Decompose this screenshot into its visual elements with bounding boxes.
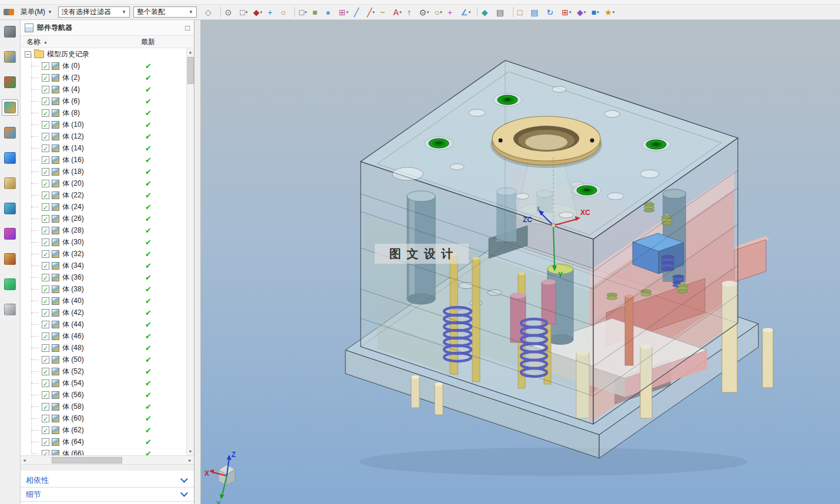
- scroll-down-button[interactable]: ▼: [187, 448, 194, 455]
- tree-row[interactable]: ✓ 体 (64) ✔: [21, 436, 186, 448]
- touch-panel-icon[interactable]: [2, 301, 18, 318]
- plus-tool-icon[interactable]: +: [446, 6, 459, 19]
- checkbox-checked-icon[interactable]: ✓: [42, 109, 49, 117]
- checkbox-checked-icon[interactable]: ✓: [42, 145, 49, 152]
- text-style-icon[interactable]: A ▾: [392, 6, 405, 19]
- checkbox-checked-icon[interactable]: ✓: [42, 274, 49, 281]
- view-triad[interactable]: Z X Y: [204, 451, 236, 504]
- snap-center-icon[interactable]: ○: [279, 6, 292, 19]
- checkbox-checked-icon[interactable]: ✓: [42, 309, 49, 317]
- tree-row[interactable]: ✓ 体 (46) ✔: [21, 330, 186, 342]
- snap-intersection-icon[interactable]: +: [266, 6, 279, 19]
- system-visualization-icon[interactable]: [2, 276, 18, 293]
- checkbox-checked-icon[interactable]: ✓: [42, 191, 49, 199]
- selection-filter-dropdown[interactable]: 没有选择过滤器 ▼: [58, 6, 130, 18]
- checkbox-checked-icon[interactable]: ✓: [42, 426, 49, 434]
- checkbox-checked-icon[interactable]: ✓: [42, 403, 49, 411]
- scroll-up-button[interactable]: ▲: [187, 48, 194, 56]
- locating-ring[interactable]: [490, 116, 602, 168]
- scroll-left-button[interactable]: ◄: [21, 456, 28, 464]
- tree-row[interactable]: ✓ 体 (22) ✔: [21, 189, 186, 201]
- point-up-icon[interactable]: ↑: [405, 6, 418, 19]
- web-browser-icon[interactable]: [2, 150, 18, 166]
- checkbox-checked-icon[interactable]: ✓: [42, 180, 49, 187]
- tree-row[interactable]: ✓ 体 (18) ✔: [21, 166, 186, 177]
- column-name[interactable]: 名称: [26, 37, 41, 47]
- tree-row[interactable]: ✓ 体 (32) ✔: [21, 248, 186, 260]
- pattern-grid-icon[interactable]: ⊞ ▾: [337, 6, 352, 19]
- checkbox-checked-icon[interactable]: ✓: [42, 215, 49, 223]
- sketch-pencil-icon[interactable]: ╱ ▾: [365, 6, 378, 19]
- tree-row[interactable]: ✓ 体 (44) ✔: [21, 318, 186, 330]
- tree-row[interactable]: ✓ 体 (56) ✔: [21, 389, 186, 401]
- checkbox-checked-icon[interactable]: ✓: [42, 62, 49, 70]
- line-icon[interactable]: ╱: [352, 6, 365, 19]
- tree-row[interactable]: ✓ 体 (34) ✔: [21, 260, 186, 271]
- checkbox-checked-icon[interactable]: ✓: [42, 227, 49, 234]
- constraint-navigator-icon[interactable]: [2, 74, 18, 90]
- tree-row[interactable]: ✓ 体 (8) ✔: [21, 107, 186, 119]
- checkbox-checked-icon[interactable]: ✓: [42, 133, 49, 140]
- tree-row[interactable]: ✓ 体 (42) ✔: [21, 307, 186, 318]
- tree-row[interactable]: ✓ 体 (24) ✔: [21, 201, 186, 213]
- menu-button[interactable]: 菜单(M) ▼: [16, 6, 56, 18]
- tree-row[interactable]: ✓ 体 (30) ✔: [21, 236, 186, 248]
- tree-row[interactable]: ✓ 体 (60) ✔: [21, 412, 186, 424]
- snap-enable-icon[interactable]: ⊙: [223, 6, 238, 19]
- tree-row[interactable]: ✓ 体 (14) ✔: [21, 142, 186, 154]
- checkbox-checked-icon[interactable]: ✓: [42, 391, 49, 399]
- tree-row[interactable]: ✓ 体 (12) ✔: [21, 130, 186, 142]
- checkbox-checked-icon[interactable]: ✓: [42, 379, 49, 387]
- horizontal-scroll-thumb[interactable]: [52, 457, 122, 463]
- circle-tool-icon[interactable]: ○ ▾: [433, 6, 446, 19]
- checkbox-checked-icon[interactable]: ✓: [42, 98, 49, 105]
- section-dependencies[interactable]: 相依性: [21, 473, 194, 488]
- wizard-spark-icon[interactable]: ★ ▾: [603, 6, 619, 19]
- curve-icon[interactable]: ~: [378, 6, 391, 19]
- checkbox-checked-icon[interactable]: ✓: [42, 297, 49, 305]
- vertical-scrollbar[interactable]: ▲ ▼: [186, 48, 194, 455]
- selection-scope-dropdown[interactable]: 整个装配 ▼: [133, 6, 197, 18]
- target-point-icon[interactable]: ⊙ ▾: [418, 6, 433, 19]
- checkbox-checked-icon[interactable]: ✓: [42, 332, 49, 340]
- checkbox-checked-icon[interactable]: ✓: [42, 344, 49, 352]
- rect-select-icon[interactable]: □ ▾: [297, 6, 310, 19]
- scroll-right-button[interactable]: ►: [186, 456, 194, 464]
- package-icon[interactable]: ■ ▾: [590, 6, 603, 19]
- tree-row[interactable]: ✓ 体 (36) ✔: [21, 271, 186, 283]
- tree-row[interactable]: ✓ 体 (54) ✔: [21, 377, 186, 389]
- refresh-icon[interactable]: ↻: [545, 6, 560, 19]
- tree-row[interactable]: ✓ 体 (58) ✔: [21, 401, 186, 412]
- tree-row[interactable]: ✓ 体 (28) ✔: [21, 224, 186, 236]
- reuse-library-icon[interactable]: [2, 125, 18, 141]
- tree-row[interactable]: ✓ 体 (50) ✔: [21, 354, 186, 365]
- window-cascade-icon[interactable]: □: [516, 6, 529, 19]
- tree-row[interactable]: ✓ 体 (40) ✔: [21, 295, 186, 307]
- snap-midpoint-icon[interactable]: ◆ ▾: [251, 6, 266, 19]
- checkbox-checked-icon[interactable]: ✓: [42, 168, 49, 176]
- checkbox-checked-icon[interactable]: ✓: [42, 86, 49, 93]
- info-list-icon[interactable]: ▤: [495, 6, 510, 19]
- tree-row[interactable]: ✓ 体 (62) ✔: [21, 424, 186, 436]
- tree-row[interactable]: ✓ 体 (10) ✔: [21, 119, 186, 130]
- checkbox-checked-icon[interactable]: ✓: [42, 74, 49, 82]
- checkbox-checked-icon[interactable]: ✓: [42, 415, 49, 422]
- checkbox-checked-icon[interactable]: ✓: [42, 368, 49, 375]
- checkbox-checked-icon[interactable]: ✓: [42, 121, 49, 129]
- panel-splitter[interactable]: [194, 20, 201, 504]
- table-icon[interactable]: ⊞ ▾: [560, 6, 575, 19]
- mold-3d-model[interactable]: ZC XC Y x Z X: [201, 20, 840, 504]
- manufacturing-wizard-icon[interactable]: [2, 226, 18, 242]
- tree-row[interactable]: ✓ 体 (66) ✔: [21, 448, 186, 455]
- checkbox-checked-icon[interactable]: ✓: [42, 156, 49, 164]
- float-panel-button[interactable]: □: [185, 24, 190, 32]
- snap-endpoint-icon[interactable]: □ ▾: [238, 6, 251, 19]
- tree-row[interactable]: ✓ 体 (0) ✔: [21, 60, 186, 72]
- settings-gear-icon[interactable]: [2, 23, 18, 40]
- checkbox-checked-icon[interactable]: ✓: [42, 285, 49, 293]
- checkbox-checked-icon[interactable]: ✓: [42, 262, 49, 270]
- tree-row[interactable]: ✓ 体 (4) ✔: [21, 83, 186, 95]
- sphere-icon[interactable]: ●: [324, 6, 337, 19]
- tree-row[interactable]: ✓ 体 (2) ✔: [21, 72, 186, 83]
- checkbox-checked-icon[interactable]: ✓: [42, 450, 49, 456]
